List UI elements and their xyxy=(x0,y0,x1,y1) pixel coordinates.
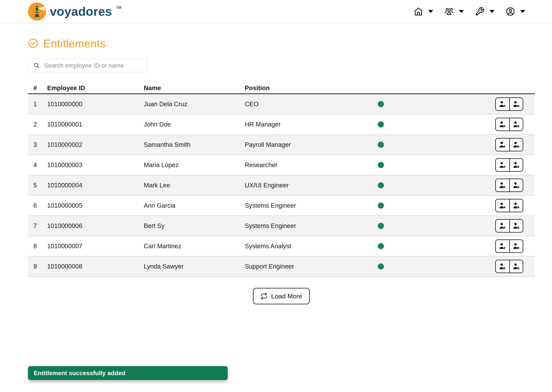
header-position: Position xyxy=(245,84,373,92)
employee-id-cell: 1010000005 xyxy=(47,202,144,209)
status-dot xyxy=(378,263,384,269)
grant-entitlement-button[interactable] xyxy=(496,179,509,191)
status-dot xyxy=(378,121,384,127)
row-index: 4 xyxy=(28,161,47,169)
person-star-icon xyxy=(499,263,506,270)
table-row: 1 1010000000 Juan Dela Cruz CEO xyxy=(28,94,535,114)
row-actions xyxy=(495,219,523,232)
employee-id-cell: 1010000007 xyxy=(47,243,144,250)
grant-entitlement-button[interactable] xyxy=(496,199,509,212)
row-index: 3 xyxy=(28,141,47,148)
revoke-entitlement-button[interactable] xyxy=(509,199,523,212)
employee-name-cell: Carl Martinez xyxy=(144,243,245,250)
table-header-row: # Employee ID Name Position xyxy=(28,83,535,94)
status-dot xyxy=(378,203,384,209)
person-x-icon xyxy=(513,222,520,230)
revoke-entitlement-button[interactable] xyxy=(509,98,523,110)
row-actions xyxy=(495,98,523,111)
search-box xyxy=(28,59,147,72)
entitlements-table: # Employee ID Name Position 1 1010000000… xyxy=(28,83,535,277)
status-dot xyxy=(378,223,384,229)
person-star-icon xyxy=(499,121,506,128)
grant-entitlement-button[interactable] xyxy=(496,98,509,110)
employee-id-cell: 1010000004 xyxy=(47,182,144,189)
toast-message: Entitlement successfully added xyxy=(34,370,125,377)
person-x-icon xyxy=(513,242,520,250)
chevron-down-icon xyxy=(520,10,525,13)
position-cell: UX/UI Engineer xyxy=(245,182,373,189)
success-toast: Entitlement successfully added xyxy=(28,366,228,380)
load-more-area: Load More xyxy=(28,288,535,304)
person-star-icon xyxy=(499,222,506,230)
grant-entitlement-button[interactable] xyxy=(496,240,509,252)
employee-name-cell: Samantha Smith xyxy=(144,141,245,148)
repeat-icon xyxy=(261,293,267,300)
account-icon xyxy=(506,7,515,16)
revoke-entitlement-button[interactable] xyxy=(509,159,523,171)
row-index: 8 xyxy=(28,243,47,250)
person-x-icon xyxy=(513,182,520,189)
header-name: Name xyxy=(144,84,245,92)
row-index: 5 xyxy=(28,182,47,189)
employee-name-cell: John Doe xyxy=(144,121,245,128)
position-cell: CEO xyxy=(245,100,373,108)
position-cell: Payroll Manager xyxy=(245,141,373,148)
row-index: 9 xyxy=(28,263,47,270)
top-bar: voyadores TM xyxy=(0,0,552,23)
main-content: Entitlements # Employee ID Name Position… xyxy=(28,23,535,304)
grant-entitlement-button[interactable] xyxy=(496,139,509,151)
entitlements-page: voyadores TM xyxy=(0,0,552,392)
users-icon xyxy=(444,7,454,16)
employee-id-cell: 1010000006 xyxy=(47,222,144,230)
nav-home-menu[interactable] xyxy=(414,7,433,16)
row-actions xyxy=(495,179,523,192)
row-actions xyxy=(495,158,523,172)
revoke-entitlement-button[interactable] xyxy=(509,139,523,151)
status-dot xyxy=(378,162,384,168)
row-actions xyxy=(495,138,523,151)
row-index: 2 xyxy=(28,121,47,128)
position-cell: HR Manager xyxy=(245,121,373,128)
employee-name-cell: Ann Garcia xyxy=(144,202,245,209)
grant-entitlement-button[interactable] xyxy=(496,260,509,273)
nav-users-menu[interactable] xyxy=(444,7,464,16)
header-index: # xyxy=(28,84,47,92)
header-employee-id: Employee ID xyxy=(47,84,144,92)
nav-account-menu[interactable] xyxy=(506,7,525,16)
person-x-icon xyxy=(513,263,520,270)
position-cell: Systems Engineer xyxy=(245,202,373,209)
grant-entitlement-button[interactable] xyxy=(496,118,509,131)
employee-id-cell: 1010000008 xyxy=(47,263,144,270)
load-more-label: Load More xyxy=(271,293,302,300)
person-star-icon xyxy=(499,202,506,210)
lighthouse-logo-icon xyxy=(28,2,46,21)
brand-logo: voyadores TM xyxy=(28,2,122,21)
employee-name-cell: Juan Dela Cruz xyxy=(144,100,245,108)
position-cell: Researcher xyxy=(245,161,373,169)
row-actions xyxy=(495,239,523,253)
grant-entitlement-button[interactable] xyxy=(496,220,509,232)
chevron-down-icon xyxy=(489,10,494,13)
employee-id-cell: 1010000001 xyxy=(47,121,144,128)
load-more-button[interactable]: Load More xyxy=(253,288,310,304)
wrench-icon xyxy=(475,7,485,16)
badge-check-icon xyxy=(28,38,38,49)
employee-name-cell: Maria Lopez xyxy=(144,161,245,169)
person-x-icon xyxy=(513,141,520,148)
revoke-entitlement-button[interactable] xyxy=(509,220,523,232)
revoke-entitlement-button[interactable] xyxy=(509,240,523,252)
employee-name-cell: Lynda Sawyer xyxy=(144,263,245,270)
row-actions xyxy=(495,199,523,212)
person-star-icon xyxy=(499,141,506,148)
grant-entitlement-button[interactable] xyxy=(496,159,509,171)
employee-name-cell: Mark Lee xyxy=(144,182,245,189)
revoke-entitlement-button[interactable] xyxy=(509,179,523,191)
revoke-entitlement-button[interactable] xyxy=(509,118,523,131)
person-star-icon xyxy=(499,182,506,189)
table-row: 2 1010000001 John Doe HR Manager xyxy=(28,114,535,135)
person-x-icon xyxy=(513,121,520,128)
search-input[interactable] xyxy=(44,62,142,69)
employee-id-cell: 1010000000 xyxy=(47,100,144,108)
revoke-entitlement-button[interactable] xyxy=(509,260,523,273)
nav-tools-menu[interactable] xyxy=(475,7,494,16)
